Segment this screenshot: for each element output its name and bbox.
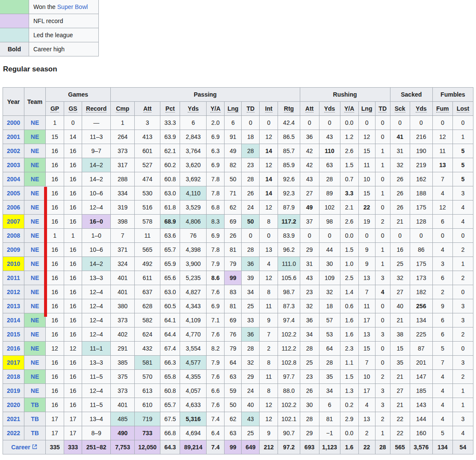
year-link[interactable]: 2004 <box>7 176 20 183</box>
stat-cell: 63.6 <box>160 229 180 243</box>
stat-cell: 14 <box>64 130 82 144</box>
team-link[interactable]: NE <box>31 274 39 281</box>
stat-cell: 10–6 <box>82 186 111 201</box>
stat-cell: 57 <box>319 313 340 327</box>
team-link[interactable]: NE <box>31 232 39 239</box>
team-link[interactable]: NE <box>31 359 39 366</box>
team-link[interactable]: NE <box>31 176 39 183</box>
year-link[interactable]: 2005 <box>7 190 20 197</box>
stat-cell: 0 <box>432 116 452 130</box>
stat-cell: 5 <box>452 172 473 186</box>
team-link[interactable]: NE <box>31 260 39 267</box>
stat-cell: 25 <box>242 426 260 440</box>
year-link[interactable]: 2013 <box>7 303 20 310</box>
stat-cell: 6.3 <box>207 144 225 158</box>
year-link[interactable]: 2008 <box>7 232 20 239</box>
stat-cell: 1.4 <box>340 285 358 299</box>
year-link[interactable]: 2017 <box>7 359 20 366</box>
stat-cell: 16 <box>64 144 82 158</box>
team-link[interactable]: TB <box>31 430 39 436</box>
col-header-label: TD <box>247 105 255 112</box>
stat-cell: 4,770 <box>180 327 207 342</box>
year-link[interactable]: 2000 <box>7 119 20 126</box>
team-link[interactable]: NE <box>31 147 39 154</box>
stat-cell: 251–82 <box>82 440 111 454</box>
stat-cell: 7 <box>111 229 135 243</box>
stat-cell: 2.1 <box>340 201 358 215</box>
year-link[interactable]: 2001 <box>7 133 20 140</box>
year-link[interactable]: 2003 <box>7 162 20 168</box>
year-cell: 2002 <box>3 144 24 158</box>
stat-cell: 8–9 <box>82 426 111 440</box>
team-link[interactable]: NE <box>31 162 39 168</box>
year-link[interactable]: 2010 <box>7 260 20 267</box>
career-row: Career335333251–827,75312,05064.389,2147… <box>3 440 473 454</box>
team-link[interactable]: NE <box>31 387 39 394</box>
col-header-label: Y/A <box>344 105 354 112</box>
stat-cell: 256 <box>410 299 432 313</box>
group-header: Games <box>46 88 111 102</box>
year-link[interactable]: 2019 <box>7 387 20 394</box>
year-cell: 2004 <box>3 172 24 186</box>
stat-cell: 64 <box>319 342 340 356</box>
stat-cell: 12 <box>46 342 64 356</box>
stat-cell: 64.4 <box>160 327 180 342</box>
career-link[interactable]: Career <box>11 444 37 451</box>
stat-cell: 0 <box>242 116 260 130</box>
team-link[interactable]: NE <box>31 331 39 338</box>
group-header: Rushing <box>300 88 390 102</box>
team-link[interactable]: NE <box>31 119 39 126</box>
stat-cell: 9 <box>432 299 452 313</box>
team-link[interactable]: TB <box>31 401 39 408</box>
team-link[interactable]: NE <box>31 317 39 324</box>
year-link[interactable]: 2012 <box>7 289 20 295</box>
team-link[interactable]: NE <box>31 204 39 211</box>
stat-cell: 1 <box>452 398 473 412</box>
team-link[interactable]: NE <box>31 303 39 310</box>
team-link[interactable]: NE <box>31 246 39 253</box>
stat-cell: 0.0 <box>340 229 358 243</box>
stat-cell: 0 <box>375 342 390 356</box>
stat-cell: 12,050 <box>135 440 160 454</box>
year-link[interactable]: 2009 <box>7 246 20 253</box>
stat-cell: 128 <box>410 215 432 229</box>
stat-cell: 0 <box>300 116 319 130</box>
stat-cell: 5 <box>432 426 452 440</box>
super-bowl-link[interactable]: Super Bowl <box>57 3 88 10</box>
year-link[interactable]: 2022 <box>7 430 20 436</box>
year-link[interactable]: 2011 <box>7 274 20 281</box>
stat-cell: 27 <box>390 285 410 299</box>
year-link[interactable]: 2021 <box>7 416 20 422</box>
stat-cell: 82 <box>225 158 242 172</box>
table-row: 2002NE16169–737360162.13,7646.349281485.… <box>3 144 473 158</box>
stat-cell: 42.4 <box>278 116 300 130</box>
team-link[interactable]: NE <box>31 133 39 140</box>
year-link[interactable]: 2018 <box>7 373 20 380</box>
stat-cell: 12 <box>260 412 278 426</box>
stat-cell: 4,110 <box>180 186 207 201</box>
team-link[interactable]: NE <box>31 345 39 352</box>
stat-cell: 6.8 <box>207 201 225 215</box>
stat-cell: 401 <box>111 271 135 285</box>
stat-cell: 31 <box>390 144 410 158</box>
year-link[interactable]: 2015 <box>7 331 20 338</box>
stat-cell: 3 <box>375 271 390 285</box>
stat-cell: 2,843 <box>180 130 207 144</box>
year-link[interactable]: 2002 <box>7 147 20 154</box>
team-link[interactable]: NE <box>31 289 39 295</box>
year-link[interactable]: 2016 <box>7 345 20 352</box>
stat-cell: 0 <box>358 116 375 130</box>
table-row: 2016NE121211–129143267.43,5548.279282112… <box>3 342 473 356</box>
stat-cell: 23 <box>242 158 260 172</box>
year-link[interactable]: 2006 <box>7 204 20 211</box>
year-link[interactable]: 2014 <box>7 317 20 324</box>
team-link[interactable]: NE <box>31 218 39 225</box>
stat-cell: 147 <box>410 370 432 384</box>
stat-cell: 8 <box>260 285 278 299</box>
team-link[interactable]: NE <box>31 190 39 197</box>
team-link[interactable]: NE <box>31 373 39 380</box>
year-link[interactable]: 2007 <box>7 218 20 225</box>
team-link[interactable]: TB <box>31 416 39 422</box>
stat-cell: 14–2 <box>82 158 111 172</box>
year-link[interactable]: 2020 <box>7 401 20 408</box>
